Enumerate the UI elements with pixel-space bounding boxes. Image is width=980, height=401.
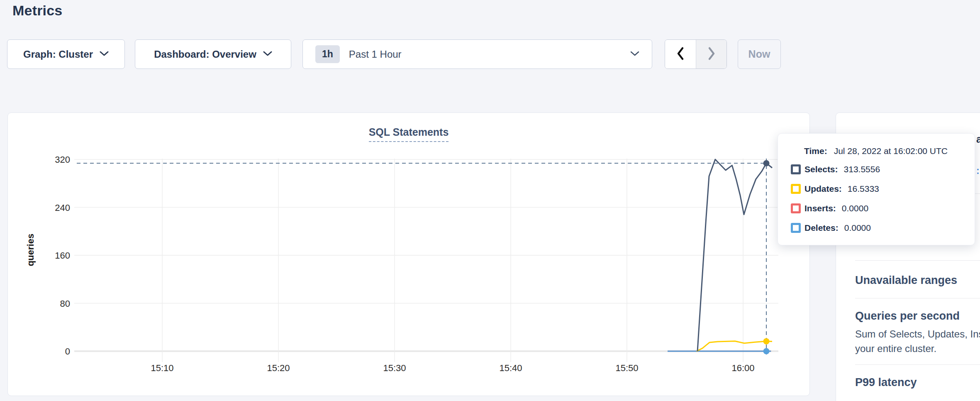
- chevron-down-icon: [630, 51, 639, 58]
- tooltip-row-selects: Selects: 313.5556: [791, 159, 975, 179]
- y-axis-title: queries: [25, 234, 36, 266]
- sidebar-item-p99-latency: P99 latency: [855, 376, 917, 389]
- chevron-down-icon: [263, 51, 272, 58]
- x-tick-label: 15:40: [499, 363, 522, 373]
- sidebar-divider: [855, 298, 980, 298]
- crosshair-dot-deletes: [763, 348, 770, 355]
- tooltip-series-label: Selects:: [804, 164, 838, 174]
- tooltip-row-deletes: Deletes: 0.0000: [791, 218, 975, 237]
- y-tick-label: 320: [55, 154, 70, 165]
- tooltip-time-row: Time:Jul 28, 2022 at 16:02:00 UTC: [804, 146, 975, 156]
- next-range-button[interactable]: [696, 40, 726, 68]
- sidebar-item-unavailable-ranges: Unavailable ranges: [855, 274, 957, 287]
- y-tick-label: 240: [55, 203, 70, 213]
- tooltip-series-label: Inserts:: [804, 203, 836, 213]
- tooltip-row-inserts: Inserts: 0.0000: [791, 198, 975, 218]
- x-tick-label: 15:20: [267, 363, 290, 373]
- dashboard-dropdown-label: Dashboard: Overview: [154, 49, 256, 60]
- sql-statements-chart[interactable]: 08016024032015:1015:2015:3015:4015:5016:…: [8, 113, 810, 396]
- deletes-legend-swatch-icon: [791, 223, 801, 233]
- metrics-page: Metrics Graph: Cluster Dashboard: Overvi…: [0, 0, 980, 401]
- chart-tooltip: Time:Jul 28, 2022 at 16:02:00 UTC Select…: [778, 133, 975, 245]
- chevron-right-icon: [707, 46, 717, 62]
- page-title: Metrics: [12, 2, 62, 19]
- series-line-updates: [697, 341, 772, 351]
- range-step-buttons: [665, 39, 727, 69]
- graph-dropdown-label: Graph: Cluster: [23, 49, 93, 60]
- chevron-left-icon: [675, 46, 685, 62]
- selects-legend-swatch-icon: [791, 164, 801, 174]
- sidebar-item-queries-per-second: Queries per second: [855, 310, 960, 323]
- y-tick-label: 80: [60, 298, 70, 309]
- tooltip-row-updates: Updates: 16.5333: [791, 179, 975, 198]
- y-tick-label: 0: [65, 346, 70, 357]
- range-badge: 1h: [315, 45, 340, 63]
- sidebar-item-description-line2: your entire cluster.: [855, 343, 936, 355]
- x-tick-label: 15:50: [615, 363, 638, 373]
- sidebar-item-description-line1: Sum of Selects, Updates, Inserts &: [855, 328, 980, 340]
- x-tick-label: 15:30: [383, 363, 406, 373]
- sql-statements-card: SQL Statements 08016024032015:1015:2015:…: [7, 112, 810, 396]
- sidebar-divider: [855, 364, 980, 365]
- x-tick-label: 15:10: [151, 363, 173, 373]
- clipped-text-fragment: :: [976, 165, 980, 176]
- tooltip-series-label: Deletes:: [804, 223, 839, 233]
- chevron-down-icon: [100, 51, 109, 58]
- tooltip-series-value: 313.5556: [844, 164, 880, 174]
- tooltip-series-value: 16.5333: [848, 184, 879, 194]
- updates-legend-swatch-icon: [791, 184, 801, 194]
- crosshair-dot-selects: [763, 160, 770, 166]
- tooltip-time-label: Time:: [804, 146, 827, 156]
- dashboard-dropdown[interactable]: Dashboard: Overview: [135, 39, 291, 69]
- tooltip-series-label: Updates:: [804, 184, 842, 194]
- now-button[interactable]: Now: [738, 39, 781, 69]
- sidebar-divider: [855, 260, 980, 261]
- time-range-picker[interactable]: 1h Past 1 Hour: [302, 39, 652, 69]
- y-tick-label: 160: [55, 250, 70, 261]
- inserts-legend-swatch-icon: [791, 203, 801, 213]
- tooltip-series-value: 0.0000: [842, 203, 868, 213]
- range-label: Past 1 Hour: [349, 49, 402, 60]
- tooltip-time-value: Jul 28, 2022 at 16:02:00 UTC: [834, 146, 948, 156]
- graph-dropdown[interactable]: Graph: Cluster: [7, 39, 125, 69]
- x-tick-label: 16:00: [731, 363, 754, 373]
- clipped-text-fragment: a: [976, 133, 980, 145]
- crosshair-dot-updates: [763, 338, 770, 345]
- tooltip-series-value: 0.0000: [844, 223, 871, 233]
- prev-range-button[interactable]: [665, 40, 696, 68]
